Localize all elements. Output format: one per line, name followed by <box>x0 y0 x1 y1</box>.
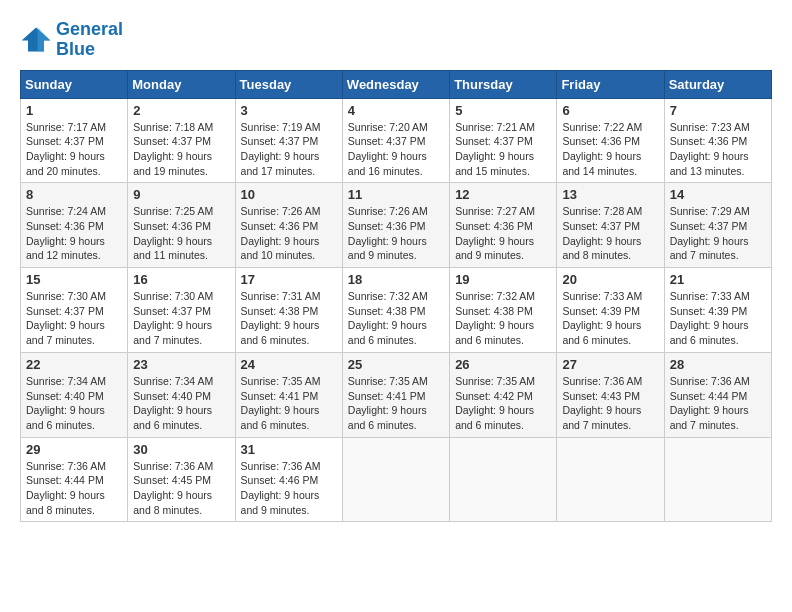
day-number: 5 <box>455 103 551 118</box>
header-day-tuesday: Tuesday <box>235 70 342 98</box>
calendar-cell: 16 Sunrise: 7:30 AM Sunset: 4:37 PM Dayl… <box>128 268 235 353</box>
calendar-cell: 15 Sunrise: 7:30 AM Sunset: 4:37 PM Dayl… <box>21 268 128 353</box>
day-number: 14 <box>670 187 766 202</box>
day-number: 3 <box>241 103 337 118</box>
day-info: Sunrise: 7:33 AM Sunset: 4:39 PM Dayligh… <box>562 289 658 348</box>
calendar-cell: 13 Sunrise: 7:28 AM Sunset: 4:37 PM Dayl… <box>557 183 664 268</box>
day-number: 9 <box>133 187 229 202</box>
day-number: 22 <box>26 357 122 372</box>
day-info: Sunrise: 7:31 AM Sunset: 4:38 PM Dayligh… <box>241 289 337 348</box>
calendar-table: SundayMondayTuesdayWednesdayThursdayFrid… <box>20 70 772 523</box>
calendar-cell: 20 Sunrise: 7:33 AM Sunset: 4:39 PM Dayl… <box>557 268 664 353</box>
day-number: 8 <box>26 187 122 202</box>
day-number: 27 <box>562 357 658 372</box>
day-info: Sunrise: 7:34 AM Sunset: 4:40 PM Dayligh… <box>133 374 229 433</box>
calendar-cell: 5 Sunrise: 7:21 AM Sunset: 4:37 PM Dayli… <box>450 98 557 183</box>
calendar-cell: 8 Sunrise: 7:24 AM Sunset: 4:36 PM Dayli… <box>21 183 128 268</box>
day-info: Sunrise: 7:21 AM Sunset: 4:37 PM Dayligh… <box>455 120 551 179</box>
day-number: 1 <box>26 103 122 118</box>
day-info: Sunrise: 7:24 AM Sunset: 4:36 PM Dayligh… <box>26 204 122 263</box>
day-info: Sunrise: 7:32 AM Sunset: 4:38 PM Dayligh… <box>348 289 444 348</box>
day-info: Sunrise: 7:26 AM Sunset: 4:36 PM Dayligh… <box>241 204 337 263</box>
day-number: 16 <box>133 272 229 287</box>
calendar-cell: 30 Sunrise: 7:36 AM Sunset: 4:45 PM Dayl… <box>128 437 235 522</box>
calendar-cell: 24 Sunrise: 7:35 AM Sunset: 4:41 PM Dayl… <box>235 352 342 437</box>
calendar-week-row: 8 Sunrise: 7:24 AM Sunset: 4:36 PM Dayli… <box>21 183 772 268</box>
day-info: Sunrise: 7:36 AM Sunset: 4:45 PM Dayligh… <box>133 459 229 518</box>
day-number: 7 <box>670 103 766 118</box>
calendar-week-row: 15 Sunrise: 7:30 AM Sunset: 4:37 PM Dayl… <box>21 268 772 353</box>
day-info: Sunrise: 7:25 AM Sunset: 4:36 PM Dayligh… <box>133 204 229 263</box>
day-info: Sunrise: 7:26 AM Sunset: 4:36 PM Dayligh… <box>348 204 444 263</box>
day-number: 24 <box>241 357 337 372</box>
calendar-cell: 12 Sunrise: 7:27 AM Sunset: 4:36 PM Dayl… <box>450 183 557 268</box>
day-number: 12 <box>455 187 551 202</box>
calendar-cell: 17 Sunrise: 7:31 AM Sunset: 4:38 PM Dayl… <box>235 268 342 353</box>
header-day-sunday: Sunday <box>21 70 128 98</box>
day-info: Sunrise: 7:36 AM Sunset: 4:46 PM Dayligh… <box>241 459 337 518</box>
day-info: Sunrise: 7:35 AM Sunset: 4:41 PM Dayligh… <box>241 374 337 433</box>
day-number: 19 <box>455 272 551 287</box>
header-day-saturday: Saturday <box>664 70 771 98</box>
calendar-cell <box>557 437 664 522</box>
calendar-cell: 26 Sunrise: 7:35 AM Sunset: 4:42 PM Dayl… <box>450 352 557 437</box>
day-info: Sunrise: 7:30 AM Sunset: 4:37 PM Dayligh… <box>133 289 229 348</box>
calendar-cell: 22 Sunrise: 7:34 AM Sunset: 4:40 PM Dayl… <box>21 352 128 437</box>
calendar-cell: 25 Sunrise: 7:35 AM Sunset: 4:41 PM Dayl… <box>342 352 449 437</box>
day-number: 6 <box>562 103 658 118</box>
calendar-cell: 11 Sunrise: 7:26 AM Sunset: 4:36 PM Dayl… <box>342 183 449 268</box>
calendar-cell: 1 Sunrise: 7:17 AM Sunset: 4:37 PM Dayli… <box>21 98 128 183</box>
day-info: Sunrise: 7:34 AM Sunset: 4:40 PM Dayligh… <box>26 374 122 433</box>
day-info: Sunrise: 7:29 AM Sunset: 4:37 PM Dayligh… <box>670 204 766 263</box>
calendar-header-row: SundayMondayTuesdayWednesdayThursdayFrid… <box>21 70 772 98</box>
day-number: 25 <box>348 357 444 372</box>
logo-text: General Blue <box>56 20 123 60</box>
day-info: Sunrise: 7:36 AM Sunset: 4:43 PM Dayligh… <box>562 374 658 433</box>
calendar-cell: 28 Sunrise: 7:36 AM Sunset: 4:44 PM Dayl… <box>664 352 771 437</box>
header-day-friday: Friday <box>557 70 664 98</box>
calendar-cell: 23 Sunrise: 7:34 AM Sunset: 4:40 PM Dayl… <box>128 352 235 437</box>
calendar-cell: 10 Sunrise: 7:26 AM Sunset: 4:36 PM Dayl… <box>235 183 342 268</box>
logo-icon <box>20 26 52 54</box>
day-number: 28 <box>670 357 766 372</box>
day-info: Sunrise: 7:17 AM Sunset: 4:37 PM Dayligh… <box>26 120 122 179</box>
calendar-cell <box>342 437 449 522</box>
day-number: 23 <box>133 357 229 372</box>
calendar-cell: 6 Sunrise: 7:22 AM Sunset: 4:36 PM Dayli… <box>557 98 664 183</box>
calendar-cell: 4 Sunrise: 7:20 AM Sunset: 4:37 PM Dayli… <box>342 98 449 183</box>
logo: General Blue <box>20 20 123 60</box>
day-number: 15 <box>26 272 122 287</box>
calendar-cell: 19 Sunrise: 7:32 AM Sunset: 4:38 PM Dayl… <box>450 268 557 353</box>
calendar-week-row: 1 Sunrise: 7:17 AM Sunset: 4:37 PM Dayli… <box>21 98 772 183</box>
day-number: 17 <box>241 272 337 287</box>
day-number: 29 <box>26 442 122 457</box>
day-info: Sunrise: 7:20 AM Sunset: 4:37 PM Dayligh… <box>348 120 444 179</box>
day-number: 20 <box>562 272 658 287</box>
calendar-cell: 29 Sunrise: 7:36 AM Sunset: 4:44 PM Dayl… <box>21 437 128 522</box>
header-day-thursday: Thursday <box>450 70 557 98</box>
page-header: General Blue <box>20 20 772 60</box>
day-number: 11 <box>348 187 444 202</box>
calendar-cell: 3 Sunrise: 7:19 AM Sunset: 4:37 PM Dayli… <box>235 98 342 183</box>
day-info: Sunrise: 7:27 AM Sunset: 4:36 PM Dayligh… <box>455 204 551 263</box>
day-number: 13 <box>562 187 658 202</box>
day-info: Sunrise: 7:23 AM Sunset: 4:36 PM Dayligh… <box>670 120 766 179</box>
day-number: 18 <box>348 272 444 287</box>
day-number: 26 <box>455 357 551 372</box>
calendar-cell: 18 Sunrise: 7:32 AM Sunset: 4:38 PM Dayl… <box>342 268 449 353</box>
calendar-cell: 9 Sunrise: 7:25 AM Sunset: 4:36 PM Dayli… <box>128 183 235 268</box>
calendar-cell <box>450 437 557 522</box>
day-info: Sunrise: 7:22 AM Sunset: 4:36 PM Dayligh… <box>562 120 658 179</box>
day-info: Sunrise: 7:18 AM Sunset: 4:37 PM Dayligh… <box>133 120 229 179</box>
day-info: Sunrise: 7:35 AM Sunset: 4:41 PM Dayligh… <box>348 374 444 433</box>
header-day-wednesday: Wednesday <box>342 70 449 98</box>
day-number: 31 <box>241 442 337 457</box>
calendar-week-row: 22 Sunrise: 7:34 AM Sunset: 4:40 PM Dayl… <box>21 352 772 437</box>
day-info: Sunrise: 7:36 AM Sunset: 4:44 PM Dayligh… <box>670 374 766 433</box>
calendar-cell: 14 Sunrise: 7:29 AM Sunset: 4:37 PM Dayl… <box>664 183 771 268</box>
header-day-monday: Monday <box>128 70 235 98</box>
day-info: Sunrise: 7:28 AM Sunset: 4:37 PM Dayligh… <box>562 204 658 263</box>
calendar-cell: 31 Sunrise: 7:36 AM Sunset: 4:46 PM Dayl… <box>235 437 342 522</box>
day-info: Sunrise: 7:30 AM Sunset: 4:37 PM Dayligh… <box>26 289 122 348</box>
day-info: Sunrise: 7:33 AM Sunset: 4:39 PM Dayligh… <box>670 289 766 348</box>
